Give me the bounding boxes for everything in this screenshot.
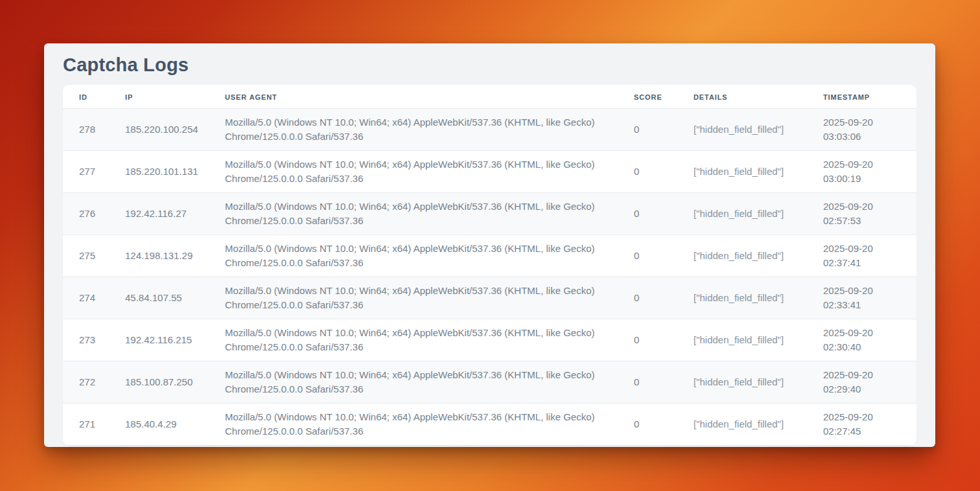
cell-ts: 2025-09-20 02:30:40 — [823, 319, 916, 361]
cell-ts: 2025-09-20 02:37:41 — [823, 235, 916, 277]
cell-details: ["hidden_field_filled"] — [694, 277, 823, 319]
cell-ip: 185.40.4.29 — [125, 404, 225, 446]
cell-id: 275 — [63, 235, 125, 277]
cell-details: ["hidden_field_filled"] — [694, 404, 823, 446]
column-header-id: ID — [63, 85, 125, 109]
table-row: 278185.220.100.254Mozilla/5.0 (Windows N… — [63, 109, 916, 151]
cell-ip: 45.84.107.55 — [125, 277, 225, 319]
cell-ts: 2025-09-20 02:29:40 — [823, 361, 916, 404]
cell-ip: 192.42.116.27 — [125, 193, 225, 235]
column-header-score: SCORE — [634, 85, 694, 109]
table-row: 272185.100.87.250Mozilla/5.0 (Windows NT… — [63, 361, 916, 404]
cell-ua: Mozilla/5.0 (Windows NT 10.0; Win64; x64… — [225, 151, 634, 193]
cell-ip: 192.42.116.215 — [125, 319, 225, 361]
cell-id: 278 — [63, 109, 125, 151]
cell-ip: 124.198.131.29 — [125, 235, 225, 277]
cell-ts: 2025-09-20 02:27:45 — [823, 404, 916, 446]
logs-table-card: IDIPUSER AGENTSCOREDETAILSTIMESTAMP 2781… — [63, 85, 916, 446]
cell-details: ["hidden_field_filled"] — [694, 235, 823, 277]
table-row: 273192.42.116.215Mozilla/5.0 (Windows NT… — [63, 319, 916, 361]
cell-ua: Mozilla/5.0 (Windows NT 10.0; Win64; x64… — [225, 235, 634, 277]
table-row: 276192.42.116.27Mozilla/5.0 (Windows NT … — [63, 193, 916, 235]
cell-score: 0 — [634, 319, 694, 361]
column-header-ua: USER AGENT — [225, 85, 634, 109]
cell-ip: 185.220.100.254 — [125, 109, 225, 151]
cell-id: 276 — [63, 193, 125, 235]
cell-details: ["hidden_field_filled"] — [694, 193, 823, 235]
column-header-ip: IP — [125, 85, 225, 109]
column-header-ts: TIMESTAMP — [823, 85, 916, 109]
cell-ip: 185.100.87.250 — [125, 361, 225, 404]
table-row: 271185.40.4.29Mozilla/5.0 (Windows NT 10… — [63, 404, 916, 446]
cell-id: 271 — [63, 404, 125, 446]
table-row: 275124.198.131.29Mozilla/5.0 (Windows NT… — [63, 235, 916, 277]
cell-score: 0 — [634, 151, 694, 193]
cell-score: 0 — [634, 109, 694, 151]
cell-ts: 2025-09-20 02:57:53 — [823, 193, 916, 235]
cell-id: 277 — [63, 151, 125, 193]
cell-score: 0 — [634, 193, 694, 235]
cell-ts: 2025-09-20 03:00:19 — [823, 151, 916, 193]
cell-score: 0 — [634, 404, 694, 446]
captcha-logs-table: IDIPUSER AGENTSCOREDETAILSTIMESTAMP 2781… — [63, 85, 916, 446]
cell-ua: Mozilla/5.0 (Windows NT 10.0; Win64; x64… — [225, 277, 634, 319]
cell-ua: Mozilla/5.0 (Windows NT 10.0; Win64; x64… — [225, 193, 634, 235]
cell-ua: Mozilla/5.0 (Windows NT 10.0; Win64; x64… — [225, 361, 634, 404]
cell-ua: Mozilla/5.0 (Windows NT 10.0; Win64; x64… — [225, 319, 634, 361]
table-header-row: IDIPUSER AGENTSCOREDETAILSTIMESTAMP — [63, 85, 916, 109]
cell-score: 0 — [634, 235, 694, 277]
cell-ts: 2025-09-20 02:33:41 — [823, 277, 916, 319]
cell-score: 0 — [634, 361, 694, 404]
cell-details: ["hidden_field_filled"] — [694, 319, 823, 361]
column-header-details: DETAILS — [694, 85, 823, 109]
cell-ts: 2025-09-20 03:03:06 — [823, 109, 916, 151]
cell-ip: 185.220.101.131 — [125, 151, 225, 193]
cell-details: ["hidden_field_filled"] — [694, 361, 823, 404]
cell-id: 273 — [63, 319, 125, 361]
cell-details: ["hidden_field_filled"] — [694, 151, 823, 193]
cell-details: ["hidden_field_filled"] — [694, 109, 823, 151]
table-body: 278185.220.100.254Mozilla/5.0 (Windows N… — [63, 109, 916, 446]
table-row: 27445.84.107.55Mozilla/5.0 (Windows NT 1… — [63, 277, 916, 319]
cell-id: 272 — [63, 361, 125, 404]
cell-score: 0 — [634, 277, 694, 319]
page-title: Captcha Logs — [63, 54, 916, 75]
table-row: 277185.220.101.131Mozilla/5.0 (Windows N… — [63, 151, 916, 193]
cell-ua: Mozilla/5.0 (Windows NT 10.0; Win64; x64… — [225, 109, 634, 151]
captcha-logs-panel: Captcha Logs IDIPUSER AGENTSCOREDETAILST… — [44, 43, 935, 447]
cell-id: 274 — [63, 277, 125, 319]
cell-ua: Mozilla/5.0 (Windows NT 10.0; Win64; x64… — [225, 404, 634, 446]
